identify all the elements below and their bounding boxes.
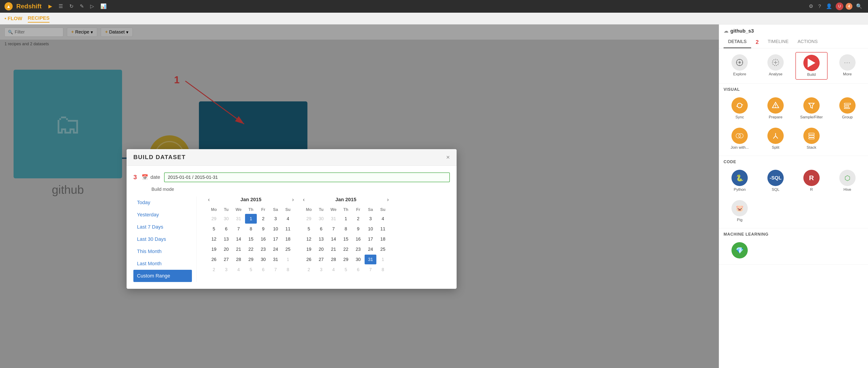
- quick-select-thismonth[interactable]: This Month: [133, 245, 192, 258]
- cal1-prev-button[interactable]: ‹: [208, 196, 210, 203]
- quick-select-today[interactable]: Today: [133, 196, 192, 209]
- cal2-day[interactable]: 16: [352, 234, 364, 244]
- cal2-day[interactable]: 3: [365, 214, 377, 224]
- icon-joinwith[interactable]: Join with...: [723, 125, 756, 152]
- notifications-icon[interactable]: 👤: [825, 2, 833, 11]
- cal2-day[interactable]: 9: [352, 224, 364, 234]
- cal1-day[interactable]: 3: [220, 265, 232, 275]
- cal1-day[interactable]: 5: [208, 224, 220, 234]
- cal1-day[interactable]: 11: [282, 224, 294, 234]
- cal1-day[interactable]: 21: [232, 245, 245, 254]
- cal1-day[interactable]: 28: [232, 255, 245, 264]
- icon-analyse[interactable]: Analyse: [760, 52, 792, 80]
- cal1-day[interactable]: 14: [232, 234, 245, 244]
- cal1-day[interactable]: 9: [257, 224, 269, 234]
- cal1-day[interactable]: 31: [232, 214, 245, 224]
- cal1-day[interactable]: 2: [208, 265, 220, 275]
- cal2-day[interactable]: 4: [377, 214, 389, 224]
- topbar-icon-menu[interactable]: ☰: [57, 2, 64, 11]
- topbar-icon-refresh[interactable]: ↻: [68, 2, 75, 11]
- cal1-day[interactable]: 26: [208, 255, 220, 264]
- cal1-day-1-selected[interactable]: 1: [245, 214, 257, 224]
- topbar-icon-chart[interactable]: 📊: [99, 2, 108, 11]
- modal-close-button[interactable]: ×: [446, 154, 450, 161]
- cal2-day[interactable]: 30: [352, 255, 364, 264]
- icon-split[interactable]: Split: [760, 125, 792, 152]
- icon-sql[interactable]: -SQL SQL: [760, 168, 792, 194]
- cal1-day[interactable]: 17: [270, 234, 282, 244]
- cal2-day[interactable]: 22: [340, 245, 352, 254]
- cal2-day[interactable]: 6: [315, 224, 327, 234]
- cal2-day[interactable]: 29: [303, 214, 315, 224]
- cal1-day[interactable]: 30: [257, 255, 269, 264]
- cal2-day-31-selected[interactable]: 31: [365, 255, 377, 264]
- cal2-day[interactable]: 20: [315, 245, 327, 254]
- cal2-day[interactable]: 23: [352, 245, 364, 254]
- cal2-day[interactable]: 30: [315, 214, 327, 224]
- cal2-day[interactable]: 5: [303, 224, 315, 234]
- cal2-day[interactable]: 26: [303, 255, 315, 264]
- quick-select-customrange[interactable]: Custom Range: [133, 270, 192, 282]
- flow-nav-flow[interactable]: • FLOW: [4, 15, 22, 22]
- cal2-day[interactable]: 2: [303, 265, 315, 275]
- cal1-day[interactable]: 10: [270, 224, 282, 234]
- cal1-day[interactable]: 13: [220, 234, 232, 244]
- cal2-day[interactable]: 17: [365, 234, 377, 244]
- quick-select-lastmonth[interactable]: Last Month: [133, 258, 192, 270]
- cal2-day[interactable]: 4: [328, 265, 340, 275]
- cal2-day[interactable]: 1: [377, 255, 389, 264]
- cal1-day[interactable]: 31: [270, 255, 282, 264]
- cal1-day[interactable]: 3: [270, 214, 282, 224]
- tab-actions[interactable]: ACTIONS: [793, 37, 822, 48]
- icon-more[interactable]: ··· More: [831, 52, 864, 80]
- cal2-day[interactable]: 15: [340, 234, 352, 244]
- icon-explore[interactable]: Explore: [723, 52, 756, 80]
- cal1-day[interactable]: 8: [245, 224, 257, 234]
- cal2-day[interactable]: 19: [303, 245, 315, 254]
- cal1-day[interactable]: 29: [208, 214, 220, 224]
- cal1-day[interactable]: 12: [208, 234, 220, 244]
- cal2-day[interactable]: 12: [303, 234, 315, 244]
- cal2-next-button[interactable]: ›: [387, 196, 389, 203]
- cal1-next-button[interactable]: ›: [292, 196, 294, 203]
- cal2-day[interactable]: 7: [328, 224, 340, 234]
- cal1-day[interactable]: 1: [282, 255, 294, 264]
- cal2-day[interactable]: 14: [328, 234, 340, 244]
- cal2-prev-button[interactable]: ‹: [303, 196, 305, 203]
- icon-r[interactable]: R R: [796, 168, 828, 194]
- icon-prepare[interactable]: Prepare: [760, 95, 792, 122]
- icon-ml[interactable]: 💎: [723, 240, 756, 261]
- cal1-day[interactable]: 5: [245, 265, 257, 275]
- cal1-day[interactable]: 18: [282, 234, 294, 244]
- tab-step2[interactable]: 2: [751, 37, 763, 48]
- quick-select-last7[interactable]: Last 7 Days: [133, 221, 192, 233]
- cal1-day[interactable]: 24: [270, 245, 282, 254]
- cal2-day[interactable]: 29: [340, 255, 352, 264]
- cal1-day[interactable]: 6: [257, 265, 269, 275]
- cal1-day[interactable]: 8: [282, 265, 294, 275]
- cal2-day[interactable]: 7: [365, 265, 377, 275]
- cal2-day[interactable]: 11: [377, 224, 389, 234]
- cal1-day[interactable]: 15: [245, 234, 257, 244]
- search-icon[interactable]: 🔍: [855, 2, 864, 11]
- tab-details[interactable]: DETAILS: [723, 37, 751, 48]
- cal2-day[interactable]: 27: [315, 255, 327, 264]
- cal2-day[interactable]: 8: [340, 224, 352, 234]
- flow-nav-recipes[interactable]: RECIPES: [28, 14, 50, 23]
- cal1-day[interactable]: 27: [220, 255, 232, 264]
- cal1-day[interactable]: 4: [282, 214, 294, 224]
- cal2-day[interactable]: 10: [365, 224, 377, 234]
- avatar[interactable]: U: [836, 2, 843, 10]
- icon-build[interactable]: Build: [796, 52, 828, 80]
- cal2-day[interactable]: 8: [377, 265, 389, 275]
- cal2-day[interactable]: 25: [377, 245, 389, 254]
- help-icon[interactable]: ?: [817, 2, 822, 11]
- cal2-day[interactable]: 28: [328, 255, 340, 264]
- topbar-icon-run[interactable]: ▷: [89, 2, 95, 11]
- cal2-day[interactable]: 31: [328, 214, 340, 224]
- cal1-day[interactable]: 25: [282, 245, 294, 254]
- cal1-day[interactable]: 4: [232, 265, 245, 275]
- date-input[interactable]: [164, 172, 450, 182]
- cal2-day[interactable]: 2: [352, 214, 364, 224]
- cal1-day[interactable]: 7: [232, 224, 245, 234]
